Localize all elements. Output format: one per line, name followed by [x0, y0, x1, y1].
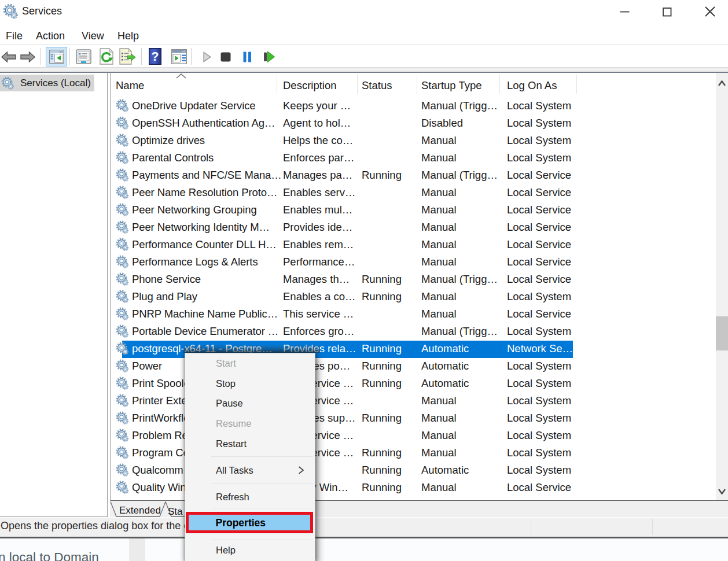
svg-text:Extended: Extended	[119, 505, 161, 516]
svg-text:?: ?	[151, 49, 159, 64]
svg-text:Sta: Sta	[168, 506, 183, 517]
